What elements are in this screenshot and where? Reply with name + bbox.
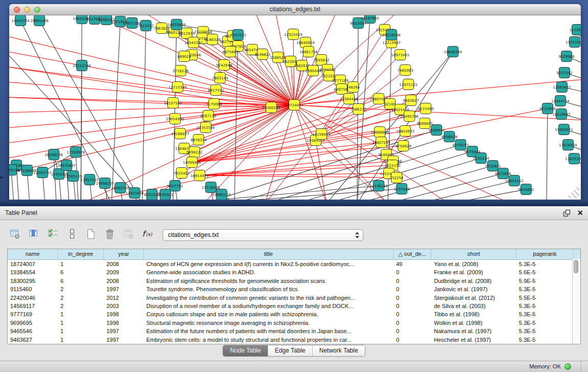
table-row[interactable]: 1872400712008Changes of HCN gene express… <box>8 260 580 268</box>
table-row[interactable]: 969969511998Structural magnetic resonanc… <box>8 319 580 327</box>
network-node[interactable]: 9115460 <box>418 103 433 114</box>
network-node[interactable]: 10648784 <box>444 47 462 57</box>
column-header-out_de[interactable]: △ out_de... <box>394 249 431 259</box>
table-cell[interactable]: 1998 <box>104 319 144 327</box>
table-cell[interactable]: 2003 <box>104 302 144 310</box>
table-cell[interactable]: 9465546 <box>8 327 58 335</box>
zoom-button[interactable] <box>34 7 40 13</box>
network-node[interactable]: 9640954 <box>428 125 445 136</box>
tab-edge-table[interactable]: Edge Table <box>268 345 312 356</box>
network-node[interactable]: 7386372 <box>350 104 366 115</box>
table-cell[interactable]: 0 <box>394 336 431 344</box>
table-cell[interactable]: 5.5E-5 <box>516 294 574 302</box>
network-node[interactable]: 11675328 <box>565 154 581 164</box>
table-cell[interactable]: 0 <box>394 302 431 310</box>
table-cell[interactable]: Tourette syndrome. Phenomenology and cla… <box>144 285 394 293</box>
network-node[interactable]: 17016504 <box>559 140 577 150</box>
network-node[interactable]: 9756928 <box>395 141 411 151</box>
table-cell[interactable]: 0 <box>394 310 431 318</box>
select-columns-button[interactable] <box>27 228 41 242</box>
table-cell[interactable]: 5.6E-5 <box>516 268 574 276</box>
network-node[interactable]: 8938928 <box>441 132 457 142</box>
network-node[interactable]: 1733426 <box>394 184 410 194</box>
table-row[interactable]: 2242004622012Investigating the contribut… <box>8 294 580 302</box>
row-height-button[interactable] <box>65 228 79 242</box>
network-node[interactable]: 12325419 <box>284 29 302 40</box>
network-node[interactable]: 9463627 <box>403 95 419 106</box>
network-node[interactable]: 9227342 <box>556 68 572 78</box>
table-cell[interactable]: 6 <box>58 277 104 285</box>
table-cell[interactable]: Genome-wide association studies in ADHD. <box>144 268 394 276</box>
network-node[interactable]: 252254 <box>390 172 404 183</box>
network-node[interactable]: 6479197 <box>452 140 468 150</box>
network-node[interactable]: 8427552 <box>208 85 224 96</box>
network-node[interactable]: 12444134 <box>551 96 570 106</box>
table-cell[interactable]: Changes of HCN gene expression and I(f) … <box>144 260 394 268</box>
table-cell[interactable]: 0 <box>394 285 431 293</box>
table-row[interactable]: 977716911998Corpus callosum shape and si… <box>8 310 580 318</box>
table-cell[interactable]: 2008 <box>104 277 144 285</box>
memory-ok-indicator-icon[interactable] <box>564 363 571 370</box>
table-cell[interactable]: 0 <box>394 277 431 285</box>
network-node[interactable]: 7625402 <box>173 168 189 179</box>
column-header-short[interactable]: short <box>431 249 516 259</box>
table-cell[interactable]: Embryonic stem cells: a model to study s… <box>144 336 394 344</box>
network-node[interactable]: 16807249 <box>372 137 390 148</box>
table-cell[interactable]: 2009 <box>104 268 144 276</box>
network-node[interactable]: 12093837 <box>553 82 571 93</box>
table-cell[interactable]: 1997 <box>104 285 144 293</box>
network-node[interactable]: 9146821 <box>254 49 270 60</box>
tab-network-table[interactable]: Network Table <box>312 345 365 356</box>
network-node[interactable]: 15751074 <box>565 37 581 48</box>
network-node[interactable]: 14136141 <box>369 181 388 191</box>
network-node[interactable]: 16914479 <box>190 170 209 181</box>
table-cell[interactable]: 0 <box>394 327 431 335</box>
table-cell[interactable]: 5.3E-5 <box>516 336 574 344</box>
table-cell[interactable]: 2 <box>58 285 104 293</box>
tab-node-table[interactable]: Node Table <box>223 345 268 356</box>
network-node[interactable]: 1170066 <box>206 99 222 110</box>
column-header-pagerank[interactable]: pagerank <box>516 249 574 259</box>
table-cell[interactable]: 18300295 <box>8 277 58 285</box>
network-node[interactable]: 8878334 <box>190 135 207 145</box>
table-row[interactable]: 1456911722003Disruption of a novel membe… <box>8 302 580 310</box>
table-cell[interactable]: Estimation of significance thresholds fo… <box>144 277 394 285</box>
table-cell[interactable]: Tibbo et al. (1998) <box>431 310 516 318</box>
network-node[interactable]: 20153346 <box>73 60 91 71</box>
table-cell[interactable]: 6 <box>58 268 104 276</box>
close-panel-icon[interactable]: × <box>577 208 583 217</box>
show-columns-checklist-button[interactable] <box>46 228 60 242</box>
table-cell[interactable]: Estimation of the future numbers of pati… <box>144 327 394 335</box>
table-cell[interactable]: 9115460 <box>8 285 58 293</box>
network-node[interactable]: 2135114 <box>473 153 489 164</box>
table-cell[interactable]: 1 <box>58 319 104 327</box>
splitter-grip[interactable] <box>292 202 297 204</box>
table-cell[interactable]: Jankovic et al. (1997) <box>431 285 516 293</box>
table-cell[interactable]: 5.3E-5 <box>516 285 574 293</box>
network-node[interactable]: 19166827 <box>171 128 189 139</box>
float-window-icon[interactable] <box>563 209 571 217</box>
table-cell[interactable]: 18724007 <box>8 260 58 268</box>
network-node[interactable]: 8267130 <box>200 111 216 121</box>
scrollbar-thumb[interactable] <box>574 260 578 273</box>
table-selector-dropdown[interactable]: citations_edges.txt <box>163 229 363 241</box>
network-node[interactable]: 9242848 <box>216 60 232 71</box>
table-cell[interactable]: 0 <box>394 268 431 276</box>
network-node[interactable]: 7955812 <box>313 55 329 65</box>
table-cell[interactable]: 5.3E-5 <box>516 319 574 327</box>
network-node[interactable]: 10973493 <box>391 50 409 60</box>
table-cell[interactable]: 1 <box>58 310 104 318</box>
table-cell[interactable]: 9463627 <box>8 336 58 344</box>
network-node[interactable]: 12353594 <box>197 122 215 133</box>
network-node[interactable]: 7485063 <box>397 65 413 76</box>
table-cell[interactable]: 14569117 <box>8 302 58 310</box>
table-panel-titlebar[interactable]: Table Panel × <box>0 206 588 220</box>
table-cell[interactable]: 1998 <box>104 310 144 318</box>
table-cell[interactable]: 1997 <box>104 327 144 335</box>
network-node[interactable]: 1990448 <box>305 65 321 76</box>
network-node[interactable]: 20891406 <box>30 15 49 26</box>
table-cell[interactable]: 2 <box>58 302 104 310</box>
network-node[interactable]: 9875685 <box>222 47 238 57</box>
table-cell[interactable]: 49 <box>394 260 431 268</box>
table-cell[interactable]: Stergiakouli et al. (2012) <box>431 294 516 302</box>
